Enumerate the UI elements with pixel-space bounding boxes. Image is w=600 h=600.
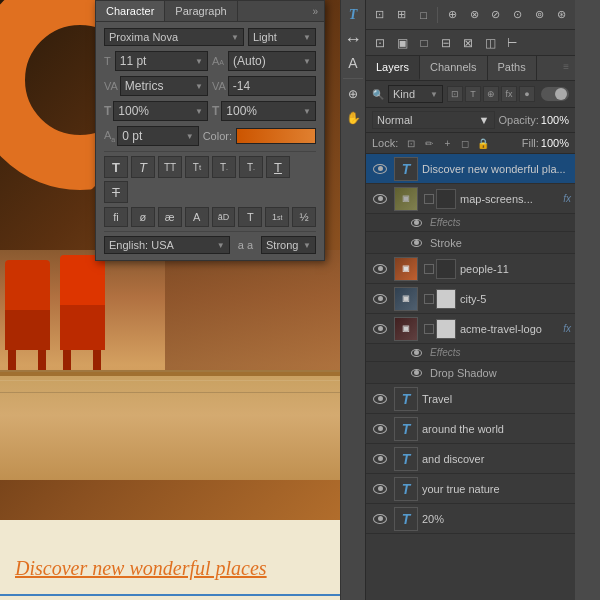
type-btn-sub[interactable]: T. (239, 156, 263, 178)
layer-item-people[interactable]: ▣ people-11 (366, 254, 575, 284)
type-btn-super[interactable]: T. (212, 156, 236, 178)
type-btn-regular[interactable]: T (104, 156, 128, 178)
layer-item-map[interactable]: ▣ map-screens... fx (366, 184, 575, 214)
tool-hand[interactable]: ✋ (342, 107, 364, 129)
layer-item-20pct[interactable]: T 20% (366, 504, 575, 534)
kind-select[interactable]: Kind ▼ (388, 85, 443, 103)
tab-paragraph[interactable]: Paragraph (165, 1, 237, 21)
dropshadow-eye[interactable] (406, 369, 426, 377)
type-btn-smallcaps[interactable]: Tt (185, 156, 209, 178)
tool-zoom[interactable]: ⊕ (342, 83, 364, 105)
top-icon-2[interactable]: ⊞ (392, 5, 412, 25)
layer-fx-logo[interactable]: fx (563, 323, 571, 334)
lock-paint-btn[interactable]: ✏ (422, 136, 436, 150)
font-size-input[interactable]: 11 pt ▼ (115, 51, 208, 71)
top-icon-6[interactable]: ⊘ (486, 5, 506, 25)
font-weight-select[interactable]: Light ▼ (248, 28, 316, 46)
layer-visibility-nature[interactable] (370, 484, 390, 494)
effects-eye-logo[interactable] (406, 349, 426, 357)
layer-item-and-discover[interactable]: T and discover (366, 444, 575, 474)
effects-eye-map[interactable] (406, 219, 426, 227)
scale-h-input[interactable]: 100% ▼ (113, 101, 208, 121)
layer-visibility-20pct[interactable] (370, 514, 390, 524)
ot-btn-sty[interactable]: A (185, 207, 209, 227)
lock-artboard-btn[interactable]: ◻ (458, 136, 472, 150)
layer-item-logo[interactable]: ▣ acme-travel-logo fx (366, 314, 575, 344)
top-icon-4[interactable]: ⊕ (442, 5, 462, 25)
filter-icon-5[interactable]: ● (519, 86, 535, 102)
layer-visibility-map[interactable] (370, 194, 390, 204)
top-icon-9[interactable]: ⊛ (551, 5, 571, 25)
ot-btn-fi[interactable]: fi (104, 207, 128, 227)
filter-icon-4[interactable]: fx (501, 86, 517, 102)
layer-visibility-around[interactable] (370, 424, 390, 434)
layer-item-around[interactable]: T around the world (366, 414, 575, 444)
layer-sub-stroke[interactable]: Stroke (366, 232, 575, 254)
lock-position-btn[interactable]: + (440, 136, 454, 150)
layer-visibility-logo[interactable] (370, 324, 390, 334)
second-icon-1[interactable]: ⊡ (370, 33, 390, 53)
layer-visibility-discover[interactable] (370, 164, 390, 174)
layers-tab-bar: Layers Channels Paths ≡ (366, 56, 575, 81)
second-icon-4[interactable]: ⊟ (436, 33, 456, 53)
layer-item-travel[interactable]: T Travel (366, 384, 575, 414)
layer-fx-map[interactable]: fx (563, 193, 571, 204)
ot-btn-titling[interactable]: T (238, 207, 262, 227)
lock-transparent-btn[interactable]: ⊡ (404, 136, 418, 150)
ot-btn-frac[interactable]: ½ (292, 207, 316, 227)
blend-mode-select[interactable]: Normal ▼ (372, 111, 495, 129)
ot-btn-swash[interactable]: āD (212, 207, 236, 227)
layer-visibility-and-discover[interactable] (370, 454, 390, 464)
second-icon-3[interactable]: □ (414, 33, 434, 53)
font-family-select[interactable]: Proxima Nova ▼ (104, 28, 244, 46)
layer-item-nature[interactable]: T your true nature (366, 474, 575, 504)
tab-channels[interactable]: Channels (420, 56, 487, 80)
tool-arrow[interactable]: ↔ (342, 28, 364, 50)
layer-visibility-city[interactable] (370, 294, 390, 304)
kern-input[interactable]: Metrics ▼ (120, 76, 208, 96)
ot-btn-oldstyle[interactable]: ø (131, 207, 155, 227)
second-icon-2[interactable]: ▣ (392, 33, 412, 53)
filter-toggle[interactable] (541, 87, 569, 101)
baseline-input[interactable]: 0 pt ▼ (117, 126, 198, 146)
type-btn-italic[interactable]: T (131, 156, 155, 178)
lock-all-btn[interactable]: 🔒 (476, 136, 490, 150)
anti-alias-select[interactable]: Strong ▼ (261, 236, 316, 254)
layer-sub-dropshadow[interactable]: Drop Shadow (366, 362, 575, 384)
type-btn-strike[interactable]: T (104, 181, 128, 203)
top-icon-7[interactable]: ⊙ (508, 5, 528, 25)
top-icon-1[interactable]: ⊡ (370, 5, 390, 25)
ot-btn-ordinal[interactable]: 1st (265, 207, 289, 227)
second-icon-7[interactable]: ⊢ (502, 33, 522, 53)
language-select[interactable]: English: USA ▼ (104, 236, 230, 254)
opacity-value[interactable]: 100% (541, 114, 569, 126)
type-btn-allcaps[interactable]: TT (158, 156, 182, 178)
top-icon-5[interactable]: ⊗ (464, 5, 484, 25)
second-icon-5[interactable]: ⊠ (458, 33, 478, 53)
tab-layers[interactable]: Layers (366, 56, 420, 80)
layer-visibility-travel[interactable] (370, 394, 390, 404)
layer-item-discover[interactable]: T Discover new wonderful pla... (366, 154, 575, 184)
tab-paths[interactable]: Paths (488, 56, 537, 80)
track-input[interactable]: -14 (228, 76, 316, 96)
leading-input[interactable]: (Auto) ▼ (228, 51, 316, 71)
filter-icon-1[interactable]: ⊡ (447, 86, 463, 102)
layers-tab-menu[interactable]: ≡ (557, 56, 575, 80)
fill-value[interactable]: 100% (541, 137, 569, 149)
layer-item-city[interactable]: ▣ city-5 (366, 284, 575, 314)
color-swatch[interactable] (236, 128, 316, 144)
second-icon-6[interactable]: ◫ (480, 33, 500, 53)
stroke-eye[interactable] (406, 239, 426, 247)
tab-character[interactable]: Character (96, 1, 165, 21)
panel-expand-btn[interactable]: » (306, 2, 324, 21)
scale-v-input[interactable]: 100% ▼ (221, 101, 316, 121)
filter-icon-2[interactable]: T (465, 86, 481, 102)
tool-a-dot[interactable]: A (342, 52, 364, 74)
top-icon-3[interactable]: □ (414, 5, 434, 25)
type-btn-underline[interactable]: T (266, 156, 290, 178)
tool-text[interactable]: T (342, 4, 364, 26)
filter-icon-3[interactable]: ⊕ (483, 86, 499, 102)
top-icon-8[interactable]: ⊚ (529, 5, 549, 25)
layer-visibility-people[interactable] (370, 264, 390, 274)
ot-btn-disc[interactable]: æ (158, 207, 182, 227)
